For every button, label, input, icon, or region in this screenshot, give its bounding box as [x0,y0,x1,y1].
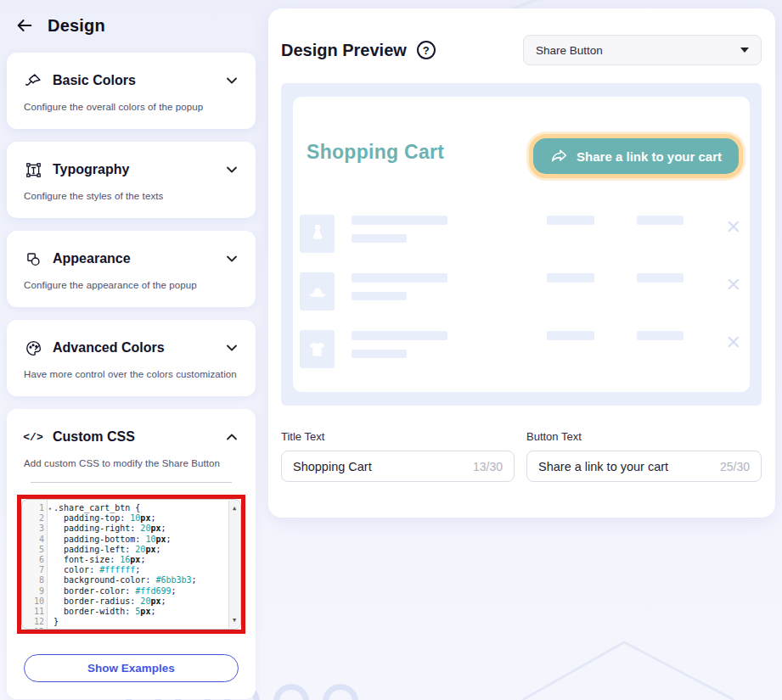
section-custom-css: </> Custom CSS Add custom CSS to modify … [7,409,256,699]
fold-arrow-icon[interactable]: ▾ [48,504,52,514]
placeholder-bar [547,331,594,340]
chevron-down-icon[interactable] [225,252,239,266]
placeholder-bar [352,350,407,358]
scroll-up-icon[interactable]: ▲ [229,503,239,513]
placeholder-bar [637,216,684,225]
chevron-up-icon[interactable] [225,430,239,444]
back-arrow-icon [15,16,34,35]
cart-item-row: ✕ [300,330,743,368]
title-text-field: Title Text 13/30 [281,430,515,482]
code-line[interactable]: font-size: 16px; [53,555,228,565]
show-examples-button[interactable]: Show Examples [24,654,239,682]
title-text-input[interactable] [293,460,466,473]
code-line[interactable]: border-width: 5px; [53,607,228,617]
line-number: 1▾ [22,503,44,513]
line-number: 12 [22,617,44,627]
close-icon: ✕ [726,218,741,237]
placeholder-bar [352,331,447,340]
section-title: Custom CSS [53,429,215,445]
placeholder-bar [637,331,684,340]
title-text-input-wrap: 13/30 [281,451,515,482]
button-text-input[interactable] [538,460,713,473]
code-line[interactable]: color: #ffffff; [53,565,228,575]
line-number: 7 [22,565,44,575]
section-basic-colors-header[interactable]: Basic Colors [24,71,239,90]
editor-code[interactable]: .share_cart_btn { padding-top: 10px; pad… [48,500,240,629]
hat-icon [300,272,335,311]
cart-item-row: ✕ [300,272,743,311]
code-line[interactable] [53,627,228,630]
typography-icon [24,160,42,179]
code-icon: </> [24,428,42,446]
line-number: 5 [22,545,44,555]
section-typography-header[interactable]: Typography [24,160,239,179]
share-cart-button-preview: Share a link to your cart [529,134,743,178]
placeholder-bar [352,273,447,283]
placeholder-bar [637,273,684,283]
divider [31,482,232,483]
editor-scrollbar[interactable]: ▲ ▼ [228,501,239,628]
section-description: Add custom CSS to modify the Share Butto… [24,458,239,468]
page-title: Design [48,16,105,36]
preview-header: Design Preview ? Share Button [281,35,762,65]
placeholder-bar [352,292,407,300]
sidebar-header: Design [15,15,256,36]
code-line[interactable]: border-color: #ffd699; [53,586,228,596]
back-button[interactable] [15,15,36,36]
section-description: Configure the overall colors of the popu… [24,102,239,112]
css-code-editor[interactable]: 1▾2345678910111213 .share_cart_btn { pad… [21,499,241,630]
section-appearance-header[interactable]: Appearance [24,249,239,268]
code-line[interactable]: border-radius: 20px; [53,596,228,607]
dress-icon [300,215,335,253]
code-line[interactable]: padding-top: 10px; [53,513,228,524]
field-label: Button Text [526,430,762,443]
preview-title: Design Preview [281,41,407,60]
section-description: Configure the appearance of the popup [24,280,239,290]
code-line[interactable]: padding-bottom: 10px; [53,535,228,545]
section-basic-colors: Basic Colors Configure the overall color… [7,53,256,129]
overlapping-shapes-icon [24,249,42,268]
popup-title-text: Shopping Cart [307,141,444,164]
close-icon: ✕ [726,333,741,352]
share-arrow-icon [550,147,569,165]
line-number: 11 [22,607,44,617]
design-preview-panel: Design Preview ? Share Button Shopping C… [268,8,775,518]
code-line[interactable]: .share_cart_btn { [53,503,228,513]
share-button-label: Share a link to your cart [577,149,722,164]
placeholder-bar [547,216,594,225]
close-icon: ✕ [726,276,741,294]
line-number: 3 [22,524,44,534]
section-advanced-colors: Advanced Colors Have more control over t… [7,320,256,396]
question-mark-icon[interactable]: ? [417,41,436,59]
dropdown-caret-icon [740,48,749,53]
scroll-down-icon[interactable]: ▼ [229,615,239,625]
code-line[interactable]: padding-right: 20px; [53,524,228,534]
code-line[interactable]: padding-left: 20px; [53,545,228,555]
button-text-input-wrap: 25/30 [526,451,762,482]
section-description: Configure the styles of the texts [24,191,239,201]
placeholder-bar [352,234,407,243]
section-title: Advanced Colors [53,340,215,356]
field-label: Title Text [281,430,515,443]
chevron-down-icon[interactable] [225,74,239,87]
section-appearance: Appearance Configure the appearance of t… [7,231,256,307]
chevron-down-icon[interactable] [225,341,239,355]
popup-preview-card: Shopping Cart Share a link to your cart … [293,97,750,392]
design-sidebar: Design Basic Colors Configure the overal… [7,0,256,700]
preview-element-dropdown[interactable]: Share Button [523,35,762,65]
chevron-down-icon[interactable] [225,163,239,176]
line-number: 6 [22,555,44,565]
dropdown-value: Share Button [536,44,603,57]
tshirt-icon [300,330,335,368]
code-line[interactable]: } [53,617,228,627]
char-counter: 13/30 [473,460,503,473]
line-number: 9 [22,586,44,596]
code-line[interactable]: background-color: #6bb3b3; [53,575,228,585]
paint-brush-icon [24,71,42,90]
line-number: 4 [22,535,44,545]
placeholder-bar [547,273,594,283]
line-number: 2 [22,513,44,524]
section-advanced-colors-header[interactable]: Advanced Colors [24,339,239,357]
palette-icon [24,339,42,357]
section-custom-css-header[interactable]: </> Custom CSS [24,428,239,446]
